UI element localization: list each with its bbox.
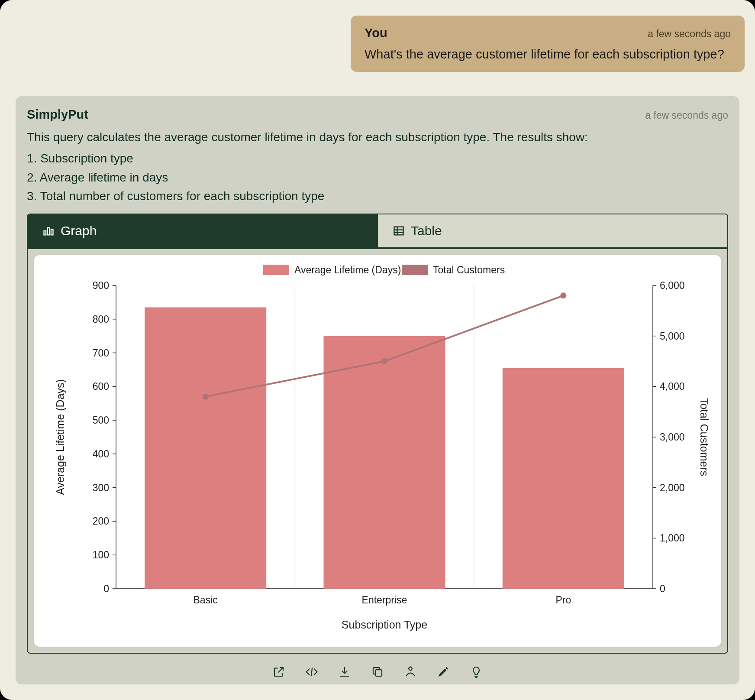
svg-text:600: 600 xyxy=(93,381,109,392)
svg-text:Average Lifetime (Days): Average Lifetime (Days) xyxy=(294,264,401,275)
svg-text:900: 900 xyxy=(93,280,109,291)
svg-rect-0 xyxy=(44,231,46,235)
svg-text:400: 400 xyxy=(93,448,109,459)
svg-text:5,000: 5,000 xyxy=(660,330,685,341)
assistant-timestamp: a few seconds ago xyxy=(645,110,728,121)
download-icon xyxy=(338,665,351,678)
svg-text:200: 200 xyxy=(93,515,109,527)
svg-text:500: 500 xyxy=(93,415,109,426)
open-button[interactable] xyxy=(270,663,287,681)
svg-text:0: 0 xyxy=(660,583,665,594)
svg-text:2,000: 2,000 xyxy=(660,482,685,493)
present-button[interactable] xyxy=(402,663,419,681)
code-icon xyxy=(305,665,318,678)
svg-rect-60 xyxy=(263,265,289,275)
svg-text:3,000: 3,000 xyxy=(660,431,685,443)
tab-graph[interactable]: Graph xyxy=(28,214,377,247)
code-button[interactable] xyxy=(303,663,320,681)
hint-button[interactable] xyxy=(468,663,485,681)
svg-text:Pro: Pro xyxy=(555,594,571,606)
svg-rect-50 xyxy=(323,336,445,588)
assistant-list: 1. Subscription type 2. Average lifetime… xyxy=(27,149,728,205)
svg-rect-48 xyxy=(145,307,266,588)
list-item: 2. Average lifetime in days xyxy=(27,168,728,187)
tab-graph-label: Graph xyxy=(61,224,97,238)
svg-rect-1 xyxy=(48,228,50,235)
svg-text:6,000: 6,000 xyxy=(660,280,685,291)
svg-text:Enterprise: Enterprise xyxy=(362,594,407,606)
toolbar xyxy=(27,663,728,681)
pen-nib-icon xyxy=(437,665,450,678)
bar-chart-icon xyxy=(42,225,55,237)
svg-text:Basic: Basic xyxy=(194,594,218,606)
assistant-message: SimplyPut a few seconds ago This query c… xyxy=(16,96,739,684)
svg-rect-64 xyxy=(375,670,382,676)
svg-text:700: 700 xyxy=(93,347,109,358)
svg-text:100: 100 xyxy=(93,549,109,561)
download-button[interactable] xyxy=(336,663,353,681)
svg-point-54 xyxy=(203,393,209,399)
user-message: You a few seconds ago What's the average… xyxy=(351,16,745,72)
svg-text:Total Customers: Total Customers xyxy=(433,264,505,275)
table-icon xyxy=(393,225,405,237)
lightbulb-icon xyxy=(470,665,483,678)
copy-button[interactable] xyxy=(369,663,386,681)
chart-panel: 010020030040050060070080090001,0002,0003… xyxy=(34,255,721,647)
user-message-body: What's the average customer lifetime for… xyxy=(365,47,731,62)
edit-chart-button[interactable] xyxy=(435,663,452,681)
user-timestamp: a few seconds ago xyxy=(648,28,731,40)
svg-rect-3 xyxy=(394,227,403,235)
list-item: 3. Total number of customers for each su… xyxy=(27,187,728,205)
list-item: 1. Subscription type xyxy=(27,149,728,168)
copy-icon xyxy=(371,665,384,678)
svg-text:Total Customers: Total Customers xyxy=(698,398,709,476)
tab-table-label: Table xyxy=(411,224,442,238)
svg-point-55 xyxy=(381,358,387,364)
assistant-label: SimplyPut xyxy=(27,107,88,122)
tabs: Graph Table xyxy=(27,214,728,247)
svg-text:0: 0 xyxy=(103,583,109,594)
svg-rect-52 xyxy=(503,368,624,588)
svg-text:Average Lifetime (Days): Average Lifetime (Days) xyxy=(54,379,66,495)
external-link-icon xyxy=(272,665,285,678)
svg-point-65 xyxy=(409,667,412,670)
svg-point-56 xyxy=(560,292,566,298)
hand-gear-icon xyxy=(404,665,417,678)
svg-rect-2 xyxy=(51,229,53,235)
svg-rect-62 xyxy=(402,265,428,275)
user-label: You xyxy=(365,26,387,40)
page-root: You a few seconds ago What's the average… xyxy=(0,0,755,700)
chart-container: 010020030040050060070080090001,0002,0003… xyxy=(27,247,728,654)
svg-text:4,000: 4,000 xyxy=(660,381,685,392)
assistant-summary: This query calculates the average custom… xyxy=(27,128,728,146)
svg-text:800: 800 xyxy=(93,313,109,324)
svg-text:300: 300 xyxy=(93,482,109,493)
chart-svg: 010020030040050060070080090001,0002,0003… xyxy=(42,259,709,636)
tab-table[interactable]: Table xyxy=(377,214,727,247)
svg-text:1,000: 1,000 xyxy=(660,532,685,544)
svg-text:Subscription Type: Subscription Type xyxy=(342,619,427,631)
